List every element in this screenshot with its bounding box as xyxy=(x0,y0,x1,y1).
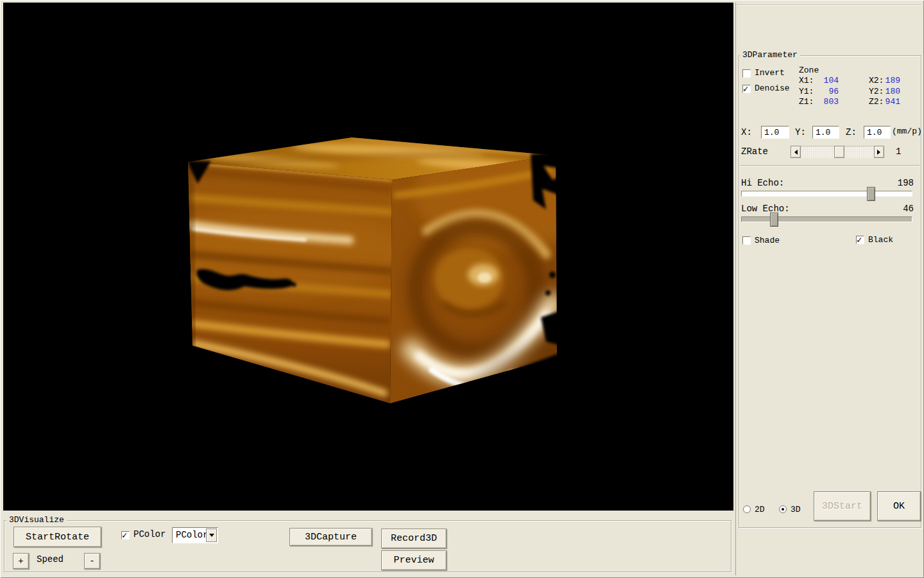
y-scale-input[interactable] xyxy=(812,126,839,139)
arrow-left-icon xyxy=(792,150,798,155)
hi-echo-thumb[interactable] xyxy=(867,187,875,201)
invert-label: Invert xyxy=(755,68,785,78)
arrow-right-icon xyxy=(877,150,883,155)
capture-3d-button[interactable]: 3DCapture xyxy=(289,528,372,546)
zrate-scroll-right-button[interactable] xyxy=(874,146,884,158)
scale-unit-label: (mm/p) xyxy=(892,127,922,136)
pcolor-select-dropdown-button[interactable] xyxy=(206,529,217,542)
denoise-label: Denoise xyxy=(755,83,790,93)
volume-3d-render xyxy=(3,3,733,511)
z-scale-input[interactable] xyxy=(864,126,891,139)
zone-y1-label: Y1: xyxy=(799,87,814,96)
pcolor-checkbox[interactable] xyxy=(121,531,130,539)
x-scale-label: X: xyxy=(741,128,752,137)
shade-label: Shade xyxy=(755,236,780,245)
parameter-group-title: 3DParameter xyxy=(740,51,800,60)
chevron-down-icon xyxy=(209,534,214,539)
zone-x1-label: X1: xyxy=(799,76,814,85)
hi-echo-track[interactable] xyxy=(741,191,912,197)
low-echo-thumb[interactable] xyxy=(770,213,778,227)
speed-label: Speed xyxy=(37,555,64,565)
start-rotate-button[interactable]: StartRotate xyxy=(13,527,101,547)
volume-right-face xyxy=(390,141,606,403)
right-panel-top-edge xyxy=(736,4,921,6)
zone-y1-value: 96 xyxy=(813,87,839,96)
zone-z2-value: 941 xyxy=(875,97,900,107)
zone-y2-value: 180 xyxy=(875,87,900,96)
record-3d-button[interactable]: Record3D xyxy=(381,529,447,548)
mode-3d-radio[interactable] xyxy=(779,505,787,513)
zrate-label: ZRate xyxy=(741,147,768,157)
shade-checkbox[interactable] xyxy=(742,236,751,245)
zrate-value: 1 xyxy=(896,147,901,157)
zone-z1-label: Z1: xyxy=(799,97,814,107)
mode-2d-label: 2D xyxy=(755,505,765,514)
pcolor-label: PColor xyxy=(133,530,166,539)
zrate-scroll-thumb[interactable] xyxy=(834,146,844,158)
speed-minus-button[interactable]: - xyxy=(84,553,100,569)
preview-button[interactable]: Preview xyxy=(381,550,447,570)
low-echo-slider[interactable] xyxy=(741,213,912,228)
app-window: 3DParameter Invert Denoise Zone X1: 104 … xyxy=(0,0,924,578)
panel-divider xyxy=(735,3,736,575)
visualize-group-title: 3DVisualize xyxy=(6,516,67,525)
low-echo-track[interactable] xyxy=(741,216,912,222)
parameter-separator xyxy=(740,165,920,166)
denoise-checkbox[interactable] xyxy=(742,85,751,93)
black-checkbox[interactable] xyxy=(856,236,864,244)
speed-plus-button[interactable]: + xyxy=(13,553,29,569)
black-label: Black xyxy=(868,235,893,245)
x-scale-input[interactable] xyxy=(761,126,789,139)
hi-echo-slider[interactable] xyxy=(741,187,912,202)
pcolor-select[interactable]: PColor xyxy=(172,527,218,543)
render-viewport[interactable] xyxy=(3,3,733,511)
zone-x1-value: 104 xyxy=(813,76,839,85)
z-scale-label: Z: xyxy=(846,128,857,137)
zrate-scroll-left-button[interactable] xyxy=(791,146,801,158)
mode-3d-label: 3D xyxy=(791,505,801,514)
y-scale-label: Y: xyxy=(795,128,806,137)
invert-checkbox[interactable] xyxy=(742,69,751,78)
mode-2d-radio[interactable] xyxy=(743,505,751,513)
start-3d-button[interactable]: 3DStart xyxy=(814,491,871,521)
zrate-scrollbar[interactable] xyxy=(791,146,884,158)
zone-z1-value: 803 xyxy=(813,97,839,107)
zone-x2-value: 189 xyxy=(875,76,900,85)
pcolor-select-value: PColor xyxy=(176,530,208,540)
ok-button[interactable]: OK xyxy=(877,491,921,521)
zone-title: Zone xyxy=(799,66,819,75)
